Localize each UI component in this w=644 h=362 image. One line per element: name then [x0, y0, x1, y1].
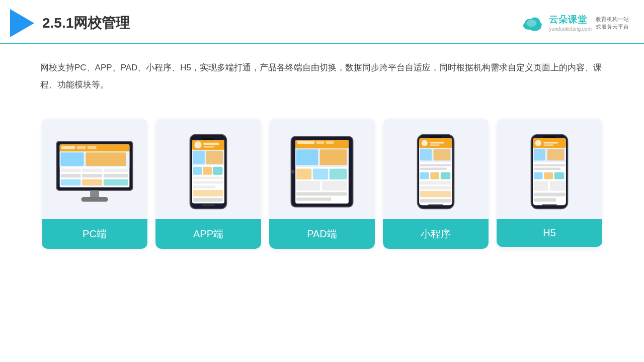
app-phone-icon — [188, 133, 228, 211]
svg-point-66 — [422, 140, 428, 146]
svg-rect-96 — [554, 172, 565, 179]
page-title: 2.5.1网校管理 — [42, 14, 130, 33]
pc-card: PC端 — [42, 119, 147, 249]
svg-rect-25 — [81, 197, 108, 202]
pad-tablet-icon — [289, 133, 355, 211]
app-image-area — [155, 119, 261, 219]
svg-rect-49 — [297, 141, 315, 143]
svg-rect-9 — [61, 146, 75, 149]
svg-rect-68 — [430, 144, 440, 146]
svg-rect-73 — [420, 167, 447, 169]
svg-rect-58 — [296, 180, 320, 190]
app-label: APP端 — [155, 219, 261, 249]
cards-container: PC端 — [0, 109, 644, 264]
description-content: 网校支持PC、APP、PAD、小程序、H5，实现多端打通，产品各终端自由切换，数… — [40, 63, 602, 89]
svg-rect-98 — [550, 181, 565, 191]
svg-rect-99 — [534, 193, 565, 196]
svg-rect-13 — [86, 152, 126, 166]
logo-triangle-icon — [10, 9, 34, 37]
svg-rect-39 — [193, 176, 223, 179]
brand-text: 云朵课堂 yunduoketang.com — [549, 14, 592, 32]
svg-point-47 — [291, 170, 294, 173]
pad-image-area — [269, 119, 375, 219]
svg-rect-37 — [203, 166, 212, 174]
svg-rect-18 — [60, 174, 80, 177]
mini-phone-icon — [416, 133, 456, 211]
svg-rect-20 — [104, 174, 128, 177]
svg-rect-21 — [60, 179, 80, 186]
svg-point-30 — [194, 141, 201, 148]
svg-rect-72 — [420, 164, 451, 166]
svg-point-5 — [527, 20, 537, 27]
pc-monitor-icon — [54, 139, 135, 204]
brand-logo: 云朵课堂 yunduoketang.com 教育机构一站式服务云平台 — [520, 14, 629, 32]
pad-card: PAD端 — [269, 119, 375, 249]
mini-card: 小程序 — [383, 119, 489, 249]
svg-rect-60 — [296, 192, 347, 196]
svg-rect-92 — [534, 164, 565, 166]
page-header: 2.5.1网校管理 云朵课堂 yunduoketang.com 教育机构一 — [0, 0, 644, 44]
cloud-icon — [520, 14, 545, 32]
svg-rect-14 — [60, 152, 84, 166]
pc-image-area — [42, 119, 147, 219]
svg-rect-77 — [420, 181, 451, 185]
h5-label: H5 — [497, 219, 602, 247]
svg-rect-17 — [104, 168, 128, 172]
svg-rect-50 — [316, 141, 325, 143]
svg-rect-23 — [104, 179, 128, 186]
svg-rect-15 — [60, 168, 80, 172]
svg-rect-93 — [534, 167, 560, 169]
svg-rect-35 — [193, 150, 205, 164]
pad-label: PAD端 — [269, 219, 375, 249]
pc-label: PC端 — [42, 219, 147, 249]
svg-rect-78 — [420, 186, 451, 189]
svg-rect-59 — [322, 180, 347, 190]
svg-rect-38 — [213, 166, 223, 174]
app-card: APP端 — [155, 119, 261, 249]
brand-url: yunduoketang.com — [549, 26, 592, 32]
svg-rect-51 — [326, 141, 334, 143]
description-text: 网校支持PC、APP、PAD、小程序、H5，实现多端打通，产品各终端自由切换，数… — [0, 44, 644, 104]
h5-card: H5 — [497, 119, 602, 249]
header-right: 云朵课堂 yunduoketang.com 教育机构一站式服务云平台 — [520, 14, 629, 32]
brand-tagline: 教育机构一站式服务云平台 — [596, 16, 629, 31]
mini-image-area — [383, 119, 489, 219]
svg-rect-42 — [193, 190, 223, 196]
svg-rect-74 — [420, 172, 429, 179]
svg-rect-94 — [534, 172, 543, 179]
svg-rect-88 — [543, 144, 553, 146]
svg-rect-55 — [296, 168, 311, 179]
svg-rect-43 — [193, 198, 223, 201]
svg-point-86 — [535, 140, 541, 146]
svg-rect-91 — [534, 149, 545, 160]
svg-rect-81 — [428, 204, 443, 206]
svg-rect-95 — [544, 172, 553, 179]
svg-rect-54 — [296, 149, 318, 165]
svg-rect-41 — [193, 186, 215, 188]
header-left: 2.5.1网校管理 — [10, 9, 130, 37]
svg-rect-70 — [434, 149, 451, 160]
svg-rect-32 — [203, 145, 214, 147]
svg-rect-75 — [430, 172, 439, 179]
svg-rect-76 — [441, 172, 451, 179]
svg-rect-79 — [420, 191, 451, 197]
svg-rect-57 — [330, 168, 347, 179]
svg-rect-36 — [193, 166, 202, 174]
svg-rect-44 — [202, 204, 215, 206]
svg-rect-53 — [320, 149, 347, 165]
svg-rect-61 — [296, 197, 331, 201]
svg-rect-34 — [206, 150, 223, 164]
svg-rect-97 — [534, 181, 548, 191]
svg-rect-16 — [82, 168, 102, 172]
svg-rect-11 — [88, 146, 97, 149]
svg-rect-10 — [76, 146, 86, 149]
svg-rect-101 — [542, 204, 557, 206]
svg-rect-100 — [534, 198, 556, 201]
mini-label: 小程序 — [383, 219, 489, 249]
h5-phone-icon — [529, 133, 570, 211]
brand-name: 云朵课堂 — [549, 14, 592, 26]
svg-rect-67 — [430, 141, 444, 143]
svg-rect-71 — [420, 149, 432, 160]
svg-rect-87 — [543, 141, 557, 143]
svg-rect-90 — [547, 149, 565, 160]
